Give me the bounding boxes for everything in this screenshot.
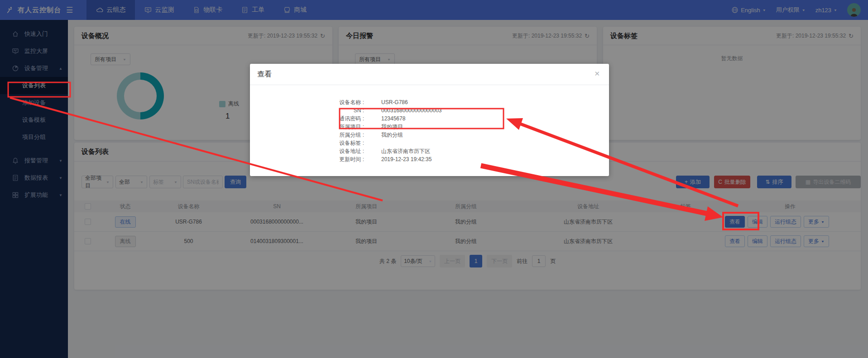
field-value: USR-G786	[381, 99, 408, 105]
field-label: 所属分组 :	[250, 131, 364, 139]
modal-body: 设备名称 :USR-G786 SN :00031680000000000003 …	[250, 98, 609, 163]
modal-title: 查看	[257, 70, 272, 79]
field-label: 设备名称 :	[250, 99, 364, 106]
field-value: 2019-12-23 19:42:35	[381, 156, 432, 162]
view-device-modal: 查看 ✕ 设备名称 :USR-G786 SN :0003168000000000…	[250, 64, 609, 176]
close-icon[interactable]: ✕	[594, 70, 600, 78]
app-screen: 有人云控制台 ☰ 云组态 云监测	[0, 0, 868, 358]
field-label: 所属项目 :	[250, 123, 364, 131]
field-value: 我的分组	[381, 131, 403, 139]
field-label: 设备标签 :	[250, 139, 364, 147]
field-label: 设备地址 :	[250, 148, 364, 155]
field-value: 00031680000000000003	[381, 107, 441, 114]
field-value: 我的项目	[381, 123, 403, 131]
field-label: SN :	[250, 107, 364, 114]
field-value: 12345678	[381, 115, 405, 122]
field-label: 更新时间 :	[250, 156, 364, 163]
field-label: 通讯密码 :	[250, 115, 364, 123]
modal-overlay[interactable]	[0, 0, 868, 358]
modal-divider	[250, 85, 609, 85]
field-value: 山东省济南市历下区	[381, 148, 430, 155]
